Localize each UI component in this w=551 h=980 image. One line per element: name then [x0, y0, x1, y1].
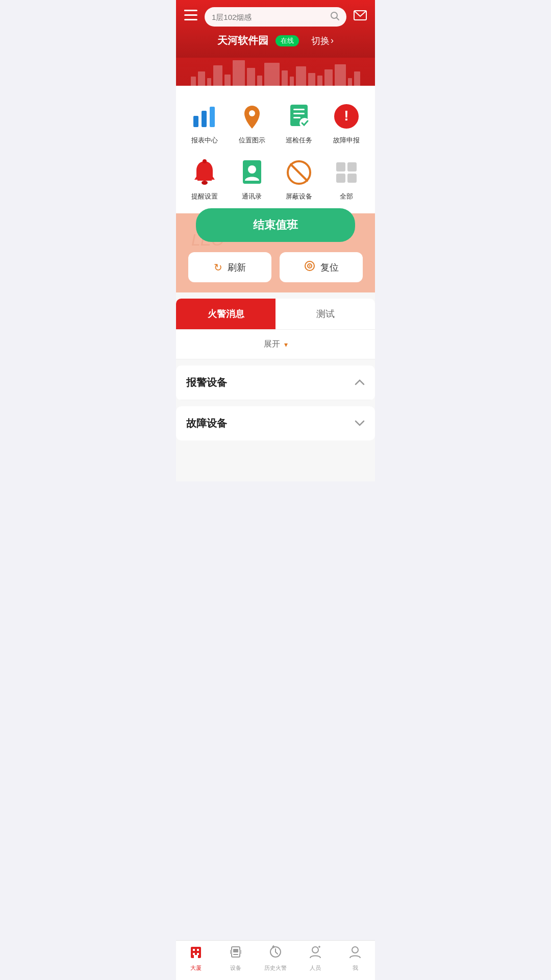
patrol-label: 巡检任务: [286, 136, 312, 145]
svg-point-22: [203, 159, 207, 163]
online-badge: 在线: [276, 35, 299, 46]
report-icon: [189, 101, 220, 132]
icon-item-location[interactable]: 位置图示: [229, 96, 276, 152]
contacts-label: 通讯录: [242, 192, 262, 201]
alarm-activity-chevron-icon: [355, 418, 365, 429]
svg-rect-8: [202, 111, 207, 127]
reset-label: 复位: [320, 261, 339, 274]
svg-point-17: [299, 118, 310, 128]
location-name: 天河软件园: [217, 34, 268, 47]
alarm-device-title: 报警设备: [186, 376, 227, 389]
svg-rect-3: [184, 10, 188, 11]
svg-rect-30: [347, 174, 357, 183]
header-location: 天河软件园 在线 切换 ›: [184, 34, 367, 47]
action-section: LEO 结束值班 ↻ 刷新 复位: [176, 213, 375, 292]
svg-point-21: [202, 181, 208, 185]
reset-button[interactable]: 复位: [280, 252, 363, 282]
icon-item-patrol[interactable]: 巡检任务: [276, 96, 323, 152]
svg-rect-16: [293, 117, 300, 118]
icon-item-reminder[interactable]: 提醒设置: [181, 152, 229, 208]
shield-device-icon: [284, 157, 314, 188]
all-icon: [331, 157, 362, 188]
tab-fire[interactable]: 火警消息: [176, 299, 276, 329]
svg-rect-15: [293, 113, 305, 114]
switch-label: 切换: [311, 35, 330, 47]
svg-rect-7: [193, 116, 198, 127]
refresh-label: 刷新: [228, 261, 246, 274]
all-label: 全部: [340, 192, 353, 201]
search-input[interactable]: [212, 13, 326, 21]
reminder-label: 提醒设置: [191, 192, 218, 201]
end-shift-button[interactable]: 结束值班: [196, 208, 355, 242]
svg-text:!: !: [344, 108, 348, 124]
svg-line-5: [337, 18, 339, 20]
svg-line-26: [291, 164, 307, 181]
svg-point-24: [248, 165, 256, 174]
chevron-right-icon: ›: [331, 35, 334, 46]
tab-test[interactable]: 测试: [276, 299, 375, 329]
svg-rect-27: [336, 162, 345, 172]
icon-item-contacts[interactable]: 通讯录: [229, 152, 276, 208]
menu-icon[interactable]: [184, 10, 199, 24]
expand-label: 展开: [264, 339, 280, 350]
main-content: 报表中心 位置图示: [176, 86, 375, 481]
header-top: [184, 7, 367, 27]
patrol-icon: [284, 101, 314, 132]
tabs-section: 火警消息 测试 展开 ▾: [176, 299, 375, 359]
svg-rect-2: [184, 19, 197, 20]
reminder-icon: [189, 157, 220, 188]
alarm-activity-header[interactable]: 故障设备: [176, 406, 375, 440]
skyline-decoration: [176, 58, 375, 86]
reset-icon: [304, 260, 315, 274]
location-label: 位置图示: [239, 136, 265, 145]
svg-rect-29: [336, 174, 345, 183]
svg-point-4: [331, 12, 337, 18]
alarm-device-header[interactable]: 报警设备: [176, 365, 375, 400]
app-header: 天河软件园 在线 切换 ›: [176, 0, 375, 86]
icon-grid: 报表中心 位置图示: [176, 86, 375, 213]
alarm-activity-title: 故障设备: [186, 416, 227, 430]
svg-rect-1: [184, 14, 197, 16]
mail-icon[interactable]: [352, 10, 367, 23]
alarm-device-section: 报警设备: [176, 365, 375, 400]
icon-item-shield[interactable]: 屏蔽设备: [276, 152, 323, 208]
search-icon: [330, 11, 339, 22]
svg-rect-28: [347, 162, 357, 172]
contacts-icon: [237, 157, 267, 188]
icon-item-all[interactable]: 全部: [323, 152, 370, 208]
svg-point-12: [249, 110, 255, 116]
svg-rect-20: [197, 178, 212, 181]
switch-button[interactable]: 切换 ›: [311, 35, 334, 47]
refresh-icon: ↻: [214, 261, 222, 274]
fault-icon: !: [331, 101, 362, 132]
svg-rect-9: [210, 107, 215, 127]
refresh-button[interactable]: ↻ 刷新: [188, 252, 271, 282]
expand-arrow-icon: ▾: [284, 340, 288, 349]
report-label: 报表中心: [191, 136, 218, 145]
svg-point-34: [309, 265, 310, 267]
location-icon: [237, 101, 267, 132]
expand-section[interactable]: 展开 ▾: [176, 330, 375, 359]
svg-rect-14: [293, 109, 305, 110]
icon-item-fault[interactable]: ! 故障申报: [323, 96, 370, 152]
icon-item-report[interactable]: 报表中心: [181, 96, 229, 152]
tabs-header: 火警消息 测试: [176, 299, 375, 330]
alarm-device-chevron-icon: [355, 377, 365, 388]
fault-label: 故障申报: [333, 136, 360, 145]
search-bar[interactable]: [205, 7, 346, 27]
alarm-activity-section: 故障设备: [176, 406, 375, 440]
shield-label: 屏蔽设备: [286, 192, 312, 201]
